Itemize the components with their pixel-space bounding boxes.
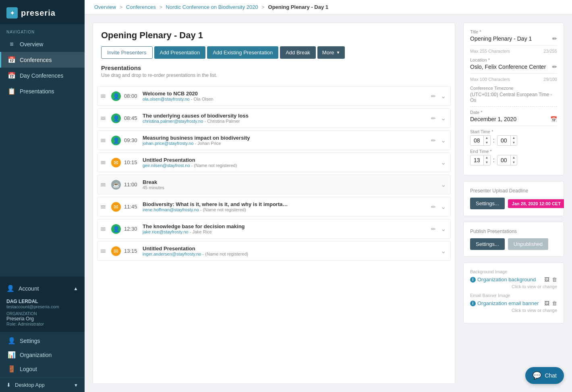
edit-button[interactable]: ✏	[429, 225, 438, 233]
title-value: Opening Plenary - Day 1	[470, 35, 532, 42]
drag-handle[interactable]	[101, 139, 108, 142]
invite-presenters-button[interactable]: Invite Presenters	[101, 46, 153, 59]
presenter-info: inger.andersen@stayfrosty.no - (Name not…	[143, 252, 436, 256]
email-banner-image-icon[interactable]: 🖼	[544, 300, 549, 306]
breadcrumb-conference-name[interactable]: Nordic Conference on Biodiversity 2020	[166, 4, 258, 10]
sidebar-item-presentations[interactable]: 📋 Presentations	[0, 83, 85, 99]
edit-button[interactable]: ✏	[429, 202, 438, 211]
end-min-up[interactable]: ▲	[511, 155, 517, 160]
presentation-actions: ✏ ⌄	[429, 224, 447, 234]
account-name: DAG LERDAL	[6, 299, 78, 304]
drag-handle[interactable]	[101, 183, 108, 186]
bg-info-dot: i	[470, 277, 476, 283]
sidebar-item-label: Presentations	[20, 88, 54, 95]
add-presentation-button[interactable]: Add Presentation	[154, 46, 206, 59]
expand-button[interactable]: ⌄	[439, 224, 447, 234]
sidebar-item-overview[interactable]: ≡ Overview	[0, 37, 85, 52]
presentation-time: 08:00	[124, 93, 139, 99]
presentation-time: 12:30	[124, 226, 139, 232]
drag-handle[interactable]	[101, 205, 108, 208]
desktop-app[interactable]: ⬇ Desktop App ▼	[0, 378, 85, 392]
add-break-button[interactable]: Add Break	[280, 46, 316, 59]
drag-handle[interactable]	[101, 161, 108, 164]
end-min-value: 00	[497, 155, 511, 165]
presentation-time: 09:30	[124, 137, 139, 143]
email-banner-link[interactable]: i Organization email banner	[470, 300, 542, 306]
more-button[interactable]: More ▼	[317, 46, 345, 59]
deadline-settings-button[interactable]: Settings...	[470, 198, 505, 209]
presentation-title: Welcome to NCB 2020	[143, 91, 426, 97]
nav-label: NAVIGATION	[0, 24, 85, 37]
right-panel: Title * Opening Plenary - Day 1 ✏ Max 25…	[463, 23, 564, 384]
presentation-actions: ⌄	[439, 157, 447, 167]
expand-button[interactable]: ⌄	[439, 157, 447, 167]
end-min-down[interactable]: ▼	[511, 160, 517, 165]
sidebar-item-settings[interactable]: 👤 Settings	[0, 334, 85, 348]
desktop-app-chevron-icon: ▼	[74, 383, 78, 388]
chat-label: Chat	[545, 372, 557, 379]
email-banner-delete-icon[interactable]: 🗑	[552, 300, 557, 306]
presenter-avatar: 👤	[111, 113, 121, 123]
presentation-time: 10:15	[124, 159, 139, 165]
expand-button[interactable]: ⌄	[439, 246, 447, 256]
start-hour-value: 08	[470, 136, 484, 145]
end-hour-down[interactable]: ▼	[484, 160, 490, 165]
start-min-value: 00	[497, 136, 511, 145]
presenter-avatar: 👤	[111, 224, 121, 234]
list-item: ✉ 10:15 Untitled Presentation geir.nilse…	[97, 153, 451, 172]
presentation-info: Biodiversity: What is it, where is it, a…	[143, 201, 426, 212]
sidebar: ✦ preseria NAVIGATION ≡ Overview 📅 Confe…	[0, 0, 85, 392]
drag-handle[interactable]	[101, 95, 108, 98]
email-banner-link-text: Organization email banner	[477, 300, 539, 306]
overview-icon: ≡	[8, 41, 16, 48]
presentation-title: Untitled Presentation	[143, 246, 436, 252]
expand-button[interactable]: ⌄	[439, 91, 447, 101]
account-header[interactable]: 👤 Account ▲	[0, 281, 85, 296]
drag-handle[interactable]	[101, 227, 108, 231]
presenter-avatar: ✉	[111, 202, 121, 212]
sidebar-item-label: Organization	[20, 352, 52, 358]
start-min-down[interactable]: ▼	[511, 140, 517, 145]
sidebar-item-organization[interactable]: 📊 Organization	[0, 348, 85, 362]
edit-button[interactable]: ✏	[429, 114, 438, 123]
presentation-actions: ✏ ⌄	[429, 91, 447, 101]
bg-delete-icon[interactable]: 🗑	[552, 276, 557, 283]
bg-image-icon[interactable]: 🖼	[544, 276, 549, 283]
presenter-avatar: 👤	[111, 91, 121, 101]
timezone-value: (UTC+01:00) Central European Time - Os	[470, 92, 557, 107]
presentation-actions: ⌄	[439, 179, 447, 190]
edit-button[interactable]: ✏	[429, 136, 438, 145]
sidebar-item-day-conferences[interactable]: 📅 Day Conferences	[0, 68, 85, 83]
drag-handle[interactable]	[101, 117, 108, 120]
title-edit-icon[interactable]: ✏	[552, 35, 557, 42]
end-time-label: End Time *	[470, 149, 557, 154]
breadcrumb-overview[interactable]: Overview	[94, 4, 116, 10]
break-icon: ☕	[111, 180, 121, 190]
add-existing-presentation-button[interactable]: Add Existing Presentation	[207, 46, 278, 59]
expand-button[interactable]: ⌄	[439, 113, 447, 123]
calendar-icon[interactable]: 📅	[550, 116, 557, 122]
location-edit-icon[interactable]: ✏	[552, 64, 557, 70]
account-icon: 👤	[6, 285, 15, 292]
expand-button[interactable]: ⌄	[439, 135, 447, 145]
logout-icon: 🚪	[8, 365, 16, 373]
publish-settings-button[interactable]: Settings...	[470, 238, 505, 250]
breadcrumb-conferences[interactable]: Conferences	[126, 4, 156, 10]
sidebar-item-logout[interactable]: 🚪 Logout	[0, 362, 85, 376]
chat-button[interactable]: 💬 Chat	[525, 367, 564, 384]
start-min-up[interactable]: ▲	[511, 136, 517, 140]
break-duration: 45 minutes	[143, 185, 436, 190]
presentation-title: Measuring business impact on biodiversit…	[143, 135, 426, 141]
drag-handle[interactable]	[101, 250, 108, 253]
expand-button[interactable]: ⌄	[439, 179, 447, 190]
presenter-info: geir.nilsen@stayfrost.no - (Name not reg…	[143, 163, 436, 168]
end-hour-up[interactable]: ▲	[484, 155, 490, 160]
start-hour-down[interactable]: ▼	[484, 140, 490, 145]
sidebar-item-conferences[interactable]: 📅 Conferences	[0, 52, 85, 68]
bg-image-link[interactable]: i Organization background	[470, 276, 542, 283]
expand-button[interactable]: ⌄	[439, 202, 447, 212]
presentation-actions: ✏ ⌄	[429, 202, 447, 212]
edit-button[interactable]: ✏	[429, 92, 438, 101]
start-hour-up[interactable]: ▲	[484, 136, 490, 140]
bg-link-hint: Click to view or change	[470, 284, 557, 289]
